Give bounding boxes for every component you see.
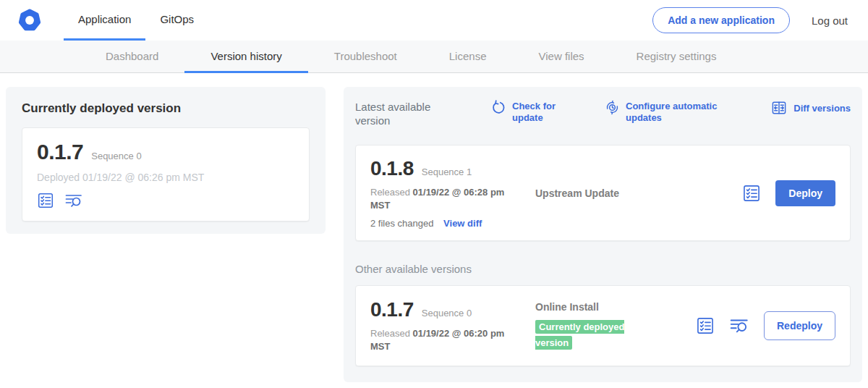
latest-available-title: Latest available version (355, 100, 449, 127)
deployed-timestamp: Deployed 01/19/22 @ 06:26 pm MST (37, 172, 294, 183)
add-new-application-button[interactable]: Add a new application (652, 7, 790, 33)
other-version-card: 0.1.7 Sequence 0 Released 01/19/22 @ 06:… (355, 285, 851, 366)
check-for-update-button[interactable]: Check for update (491, 100, 560, 124)
redeploy-button[interactable]: Redeploy (764, 311, 835, 340)
configure-automatic-updates-button[interactable]: Configure automatic updates (605, 100, 720, 124)
header-right: Add a new application Log out (652, 0, 848, 41)
tab-view-files[interactable]: View files (512, 41, 610, 73)
refresh-arrow-icon (491, 100, 506, 115)
configure-automatic-updates-label: Configure automatic updates (626, 101, 720, 124)
currently-deployed-panel: Currently deployed version 0.1.7 Sequenc… (6, 87, 326, 234)
deploy-button[interactable]: Deploy (775, 180, 835, 206)
currently-deployed-title: Currently deployed version (22, 101, 310, 116)
top-header: Application GitOps Add a new application… (0, 0, 868, 41)
other-available-versions-title: Other available versions (355, 263, 851, 275)
scheduled-update-icon (605, 100, 620, 115)
app-subnav: Dashboard Version history Troubleshoot L… (0, 41, 868, 73)
tab-label: Troubleshoot (334, 50, 397, 62)
tab-label: View files (538, 50, 584, 62)
diff-versions-label: Diff versions (793, 103, 851, 114)
tab-registry-settings[interactable]: Registry settings (610, 41, 743, 73)
tab-license[interactable]: License (423, 41, 513, 73)
latest-available-header: Latest available version Check for updat… (355, 100, 851, 127)
release-notes-icon[interactable] (37, 192, 54, 209)
tab-dashboard[interactable]: Dashboard (80, 41, 184, 73)
other-version-source: Online Install (535, 301, 696, 313)
other-sequence: Sequence 0 (422, 308, 472, 319)
deploy-logs-icon[interactable] (64, 192, 83, 209)
latest-released-timestamp: Released 01/19/22 @ 06:28 pm MST (370, 186, 505, 212)
deploy-logs-icon[interactable] (729, 316, 749, 335)
other-released-timestamp: Released 01/19/22 @ 06:20 pm MST (370, 327, 505, 353)
kots-admin-console: Application GitOps Add a new application… (0, 0, 868, 388)
nav-tab-label: Application (78, 13, 131, 25)
kots-logo-icon (17, 8, 42, 33)
app-logo (17, 0, 42, 41)
check-for-update-label: Check for update (512, 101, 560, 124)
tab-version-history[interactable]: Version history (184, 41, 307, 73)
nav-tab-label: GitOps (160, 13, 194, 25)
deployed-sequence: Sequence 0 (91, 151, 141, 161)
latest-available-panel: Latest available version Check for updat… (344, 87, 862, 382)
diff-versions-button[interactable]: Diff versions (770, 100, 851, 116)
release-notes-icon[interactable] (696, 316, 715, 335)
currently-deployed-badge: Currently deployed version (535, 320, 624, 350)
tab-label: Version history (210, 50, 281, 62)
diff-versions-icon (770, 100, 788, 116)
deployed-version-card: 0.1.7 Sequence 0 Deployed 01/19/22 @ 06:… (22, 127, 310, 222)
tab-label: License (449, 50, 487, 62)
header-nav: Application GitOps (64, 0, 208, 41)
tab-troubleshoot[interactable]: Troubleshoot (308, 41, 423, 73)
deployed-version-number: 0.1.7 (37, 140, 83, 164)
latest-version-card: 0.1.8 Sequence 1 Released 01/19/22 @ 06:… (355, 145, 851, 241)
latest-version-number: 0.1.8 (370, 157, 414, 180)
latest-sequence: Sequence 1 (422, 166, 472, 177)
latest-version-source: Upstream Update (535, 187, 619, 199)
logout-link[interactable]: Log out (812, 14, 848, 27)
tab-label: Dashboard (106, 50, 158, 62)
view-diff-link[interactable]: View diff (443, 218, 482, 229)
release-notes-icon[interactable] (742, 184, 761, 203)
other-version-number: 0.1.7 (370, 298, 414, 321)
files-changed-count: 2 files changed (370, 218, 433, 229)
nav-tab-application[interactable]: Application (64, 0, 145, 41)
tab-label: Registry settings (637, 50, 717, 62)
nav-tab-gitops[interactable]: GitOps (145, 0, 208, 41)
